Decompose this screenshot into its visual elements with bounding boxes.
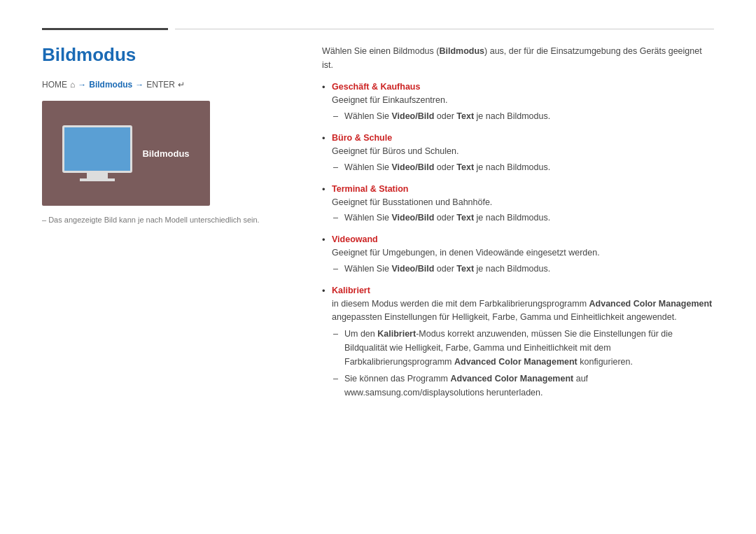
kalibriert-sub-1: Um den Kalibriert-Modus korrekt anzuwend…: [332, 327, 714, 369]
item-desc-buero: Geeignet für Büros und Schulen.: [332, 145, 714, 158]
breadcrumb-arrow-1: →: [78, 80, 86, 90]
sub-item-terminal-1: Wählen Sie Video/Bild oder Text je nach …: [332, 211, 714, 225]
kalibriert-sub-2: Sie können das Programm Advanced Color M…: [332, 372, 714, 400]
sub-list-geschaeft: Wählen Sie Video/Bild oder Text je nach …: [332, 109, 714, 123]
home-icon: ⌂: [70, 80, 75, 90]
intro-text: Wählen Sie einen Bildmodus (Bildmodus) a…: [322, 44, 714, 72]
bold-acm-3: Advanced Color Management: [450, 374, 573, 384]
bold-videobild-1: Video/Bild: [391, 111, 434, 121]
rule-light: [175, 29, 714, 29]
sub-list-buero: Wählen Sie Video/Bild oder Text je nach …: [332, 160, 714, 174]
sub-item-videowand-1: Wählen Sie Video/Bild oder Text je nach …: [332, 262, 714, 276]
item-title-buero: Büro & Schule: [332, 133, 714, 143]
item-title-kalibriert: Kalibriert: [332, 286, 714, 295]
item-desc-videowand: Geeignet für Umgebungen, in denen Videow…: [332, 246, 714, 260]
bold-text-4: Text: [456, 264, 474, 274]
breadcrumb-enter-label: ENTER: [146, 80, 175, 90]
bold-videobild-3: Video/Bild: [391, 213, 434, 223]
breadcrumb: HOME ⌂ → Bildmodus → ENTER ↵: [42, 80, 280, 90]
image-box: Bildmodus: [42, 101, 210, 206]
list-item-terminal: Terminal & Station Geeignet für Busstati…: [322, 184, 714, 225]
item-list: Geschäft & Kaufhaus Geeignet für Einkauf…: [322, 82, 714, 400]
image-caption: – Das angezeigte Bild kann je nach Model…: [42, 216, 280, 224]
breadcrumb-home: HOME: [42, 80, 67, 90]
image-label: Bildmodus: [142, 148, 189, 159]
right-column: Wählen Sie einen Bildmodus (Bildmodus) a…: [322, 44, 714, 409]
content-area: Bildmodus HOME ⌂ → Bildmodus → ENTER ↵ B…: [42, 44, 714, 409]
list-item-buero: Büro & Schule Geeignet für Büros und Sch…: [322, 133, 714, 174]
bold-text-2: Text: [456, 162, 474, 172]
bold-text-1: Text: [456, 111, 474, 121]
top-rule: [42, 28, 714, 30]
monitor-stand: [87, 173, 108, 178]
enter-icon: ↵: [178, 80, 185, 90]
item-title-geschaeft: Geschäft & Kaufhaus: [332, 82, 714, 92]
monitor-screen: [62, 125, 132, 173]
item-title-videowand: Videowand: [332, 234, 714, 244]
bold-acm-2: Advanced Color Management: [454, 357, 578, 367]
sub-item-buero-1: Wählen Sie Video/Bild oder Text je nach …: [332, 160, 714, 174]
bold-acm-1: Advanced Color Management: [589, 299, 713, 309]
sub-item-geschaeft-1: Wählen Sie Video/Bild oder Text je nach …: [332, 109, 714, 123]
sub-list-videowand: Wählen Sie Video/Bild oder Text je nach …: [332, 262, 714, 276]
breadcrumb-link: Bildmodus: [89, 80, 132, 90]
page-title: Bildmodus: [42, 44, 280, 66]
bold-videobild-4: Video/Bild: [391, 264, 434, 274]
list-item-videowand: Videowand Geeignet für Umgebungen, in de…: [322, 234, 714, 276]
monitor-icon: [62, 125, 132, 181]
intro-bold: Bildmodus: [439, 46, 484, 56]
breadcrumb-arrow-2: →: [135, 80, 144, 90]
item-desc-geschaeft: Geeignet für Einkaufszentren.: [332, 94, 714, 107]
bold-kalibriert-ref: Kalibriert: [377, 329, 416, 339]
list-item-kalibriert: Kalibriert in diesem Modus werden die mi…: [322, 286, 714, 400]
item-title-terminal: Terminal & Station: [332, 184, 714, 194]
bold-videobild-2: Video/Bild: [391, 162, 434, 172]
bold-text-3: Text: [456, 213, 474, 223]
monitor-base: [80, 178, 115, 181]
list-item-geschaeft: Geschäft & Kaufhaus Geeignet für Einkauf…: [322, 82, 714, 123]
left-column: Bildmodus HOME ⌂ → Bildmodus → ENTER ↵ B…: [42, 44, 280, 409]
item-desc-terminal: Geeignet für Busstationen und Bahnhöfe.: [332, 196, 714, 209]
page: Bildmodus HOME ⌂ → Bildmodus → ENTER ↵ B…: [0, 0, 756, 437]
item-desc-kalibriert: in diesem Modus werden die mit dem Farbk…: [332, 297, 714, 324]
kalibriert-sub-list: Um den Kalibriert-Modus korrekt anzuwend…: [332, 327, 714, 400]
rule-dark: [42, 28, 168, 30]
sub-list-terminal: Wählen Sie Video/Bild oder Text je nach …: [332, 211, 714, 225]
